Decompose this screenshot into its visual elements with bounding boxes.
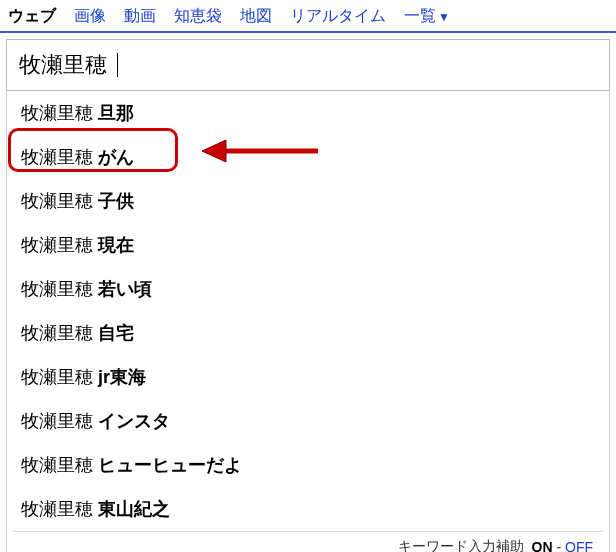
suggestion-prefix: 牧瀬里穂 bbox=[21, 191, 98, 211]
assist-off[interactable]: OFF bbox=[565, 539, 593, 552]
suggestion-suffix: 現在 bbox=[98, 235, 134, 255]
suggestion-item[interactable]: 牧瀬里穂 子供 bbox=[7, 179, 609, 223]
search-query-text: 牧瀬里穂 bbox=[19, 50, 107, 80]
chevron-down-icon: ▼ bbox=[438, 10, 450, 24]
suggestion-suffix: 東山紀之 bbox=[98, 499, 170, 519]
assist-on[interactable]: ON bbox=[532, 539, 553, 552]
tab-images[interactable]: 画像 bbox=[74, 6, 106, 27]
suggestion-item[interactable]: 牧瀬里穂 自宅 bbox=[7, 311, 609, 355]
suggestion-suffix: 旦那 bbox=[98, 103, 134, 123]
tab-more-dropdown[interactable]: 一覧 ▼ bbox=[404, 6, 450, 27]
suggestion-prefix: 牧瀬里穂 bbox=[21, 103, 98, 123]
tab-more-label: 一覧 bbox=[404, 6, 436, 27]
suggestion-prefix: 牧瀬里穂 bbox=[21, 411, 98, 431]
search-input[interactable]: 牧瀬里穂 bbox=[6, 39, 610, 91]
suggestion-item[interactable]: 牧瀬里穂 jr東海 bbox=[7, 355, 609, 399]
suggestion-prefix: 牧瀬里穂 bbox=[21, 499, 98, 519]
footer-label: キーワード入力補助 bbox=[398, 538, 524, 552]
suggestion-prefix: 牧瀬里穂 bbox=[21, 279, 98, 299]
suggestion-prefix: 牧瀬里穂 bbox=[21, 323, 98, 343]
suggestion-suffix: ヒューヒューだよ bbox=[98, 455, 242, 475]
suggestion-item[interactable]: 牧瀬里穂 ヒューヒューだよ bbox=[7, 443, 609, 487]
suggestion-suffix: 自宅 bbox=[98, 323, 134, 343]
suggestion-suffix: インスタ bbox=[98, 411, 170, 431]
tab-web[interactable]: ウェブ bbox=[8, 6, 56, 27]
suggestion-prefix: 牧瀬里穂 bbox=[21, 147, 98, 167]
suggestion-list: 牧瀬里穂 旦那 牧瀬里穂 がん 牧瀬里穂 子供 牧瀬里穂 現在 牧瀬里穂 若い頃… bbox=[6, 91, 610, 552]
suggestion-suffix: 子供 bbox=[98, 191, 134, 211]
suggestion-item[interactable]: 牧瀬里穂 インスタ bbox=[7, 399, 609, 443]
suggestion-item[interactable]: 牧瀬里穂 東山紀之 bbox=[7, 487, 609, 531]
tab-map[interactable]: 地図 bbox=[240, 6, 272, 27]
suggestion-suffix: 若い頃 bbox=[98, 279, 152, 299]
suggestion-prefix: 牧瀬里穂 bbox=[21, 367, 98, 387]
suggestion-suffix: がん bbox=[98, 147, 134, 167]
suggestion-item[interactable]: 牧瀬里穂 現在 bbox=[7, 223, 609, 267]
search-category-tabs: ウェブ 画像 動画 知恵袋 地図 リアルタイム 一覧 ▼ bbox=[0, 0, 616, 33]
text-cursor bbox=[117, 53, 118, 77]
suggestion-prefix: 牧瀬里穂 bbox=[21, 235, 98, 255]
suggestion-suffix: jr東海 bbox=[98, 367, 146, 387]
suggestion-item[interactable]: 牧瀬里穂 若い頃 bbox=[7, 267, 609, 311]
tab-realtime[interactable]: リアルタイム bbox=[290, 6, 386, 27]
suggestion-item-highlighted[interactable]: 牧瀬里穂 がん bbox=[7, 135, 609, 179]
suggestion-item[interactable]: 牧瀬里穂 旦那 bbox=[7, 91, 609, 135]
assist-sep: - bbox=[556, 539, 561, 552]
tab-chiebukuro[interactable]: 知恵袋 bbox=[174, 6, 222, 27]
suggestion-prefix: 牧瀬里穂 bbox=[21, 455, 98, 475]
tab-videos[interactable]: 動画 bbox=[124, 6, 156, 27]
suggestion-footer: キーワード入力補助 ON - OFF bbox=[13, 531, 603, 552]
